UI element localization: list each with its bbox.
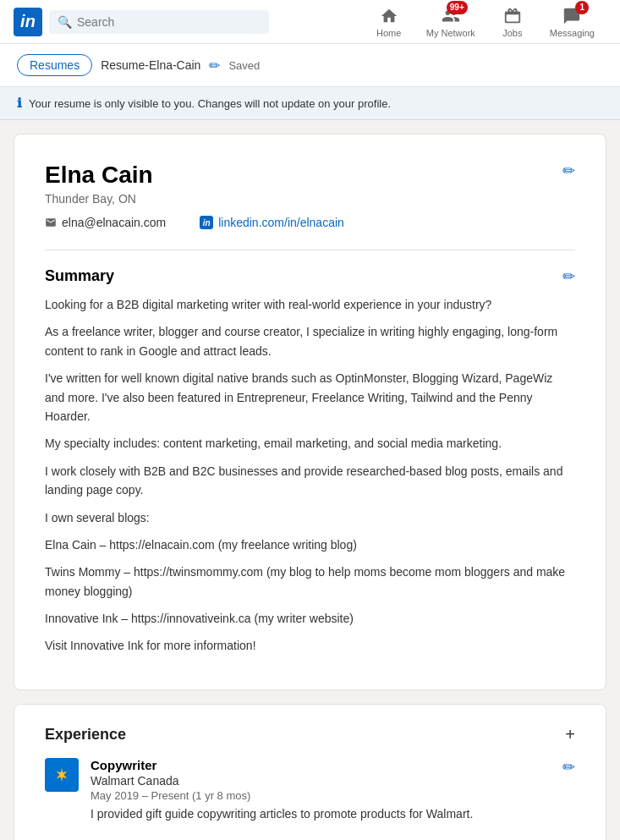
experience-title: Experience: [45, 726, 126, 744]
email-icon: [45, 217, 57, 228]
nav-home[interactable]: Home: [364, 0, 414, 45]
nav-jobs[interactable]: Jobs: [487, 0, 538, 45]
email-value: elna@elnacain.com: [62, 216, 166, 229]
summary-p7: Elna Cain – https://elnacain.com (my fre…: [45, 535, 575, 554]
resumes-tab[interactable]: Resumes: [17, 54, 92, 76]
network-icon: 99+: [441, 6, 461, 26]
summary-p1: Looking for a B2B digital marketing writ…: [45, 295, 575, 314]
breadcrumb-bar: Resumes Resume-Elna-Cain ✏ Saved: [0, 44, 620, 87]
banner-message: Your resume is only visible to you. Chan…: [29, 97, 391, 110]
network-badge: 99+: [447, 1, 468, 14]
messaging-icon: 1: [562, 6, 582, 26]
walmart-details: Copywriter Walmart Canada May 2019 – Pre…: [91, 758, 551, 823]
walmart-dates: May 2019 – Present (1 yr 8 mos): [91, 789, 551, 802]
job-walmart: Copywriter Walmart Canada May 2019 – Pre…: [45, 758, 575, 823]
resume-contacts: elna@elnacain.com in linkedin.com/in/eln…: [45, 216, 575, 229]
experience-header: Experience +: [45, 725, 575, 744]
summary-p10: Visit Innovative Ink for more informatio…: [45, 636, 575, 655]
summary-p8: Twins Mommy – https://twinsmommy.com (my…: [45, 563, 575, 601]
header-edit-button[interactable]: ✏: [562, 162, 575, 180]
search-input[interactable]: [77, 15, 261, 29]
navbar: in 🔍 Home 99+ My Network Jobs: [0, 0, 620, 44]
summary-body: Looking for a B2B digital marketing writ…: [45, 295, 575, 656]
search-icon: 🔍: [58, 15, 72, 29]
walmart-job-title: Copywriter: [91, 758, 551, 772]
summary-title: Summary: [45, 267, 575, 285]
info-icon: ℹ: [17, 96, 22, 111]
nav-home-label: Home: [376, 28, 401, 38]
resume-header-card: Elna Cain Thunder Bay, ON elna@elnacain.…: [14, 134, 606, 690]
summary-edit-button[interactable]: ✏: [562, 267, 575, 286]
summary-p5: I work closely with B2B and B2C business…: [45, 462, 575, 500]
contact-linkedin: in linkedin.com/in/elnacain: [200, 216, 344, 229]
add-experience-button[interactable]: +: [565, 725, 575, 744]
saved-status: Saved: [228, 59, 260, 72]
header-divider: [45, 250, 575, 250]
summary-p4: My specialty includes: content marketing…: [45, 434, 575, 453]
linkedin-link[interactable]: linkedin.com/in/elnacain: [218, 216, 344, 229]
resume-location: Thunder Bay, ON: [45, 192, 575, 206]
summary-p3: I've written for well known digital nati…: [45, 369, 575, 425]
summary-p2: As a freelance writer, blogger and cours…: [45, 322, 575, 360]
doc-title: Resume-Elna-Cain: [101, 58, 200, 72]
nav-jobs-label: Jobs: [502, 28, 522, 38]
walmart-edit-button[interactable]: ✏: [562, 758, 575, 777]
nav-network[interactable]: 99+ My Network: [414, 0, 487, 45]
walmart-star-icon: [50, 766, 74, 783]
jobs-icon: [502, 6, 523, 26]
linkedin-small-logo: in: [200, 216, 213, 229]
summary-p6: I own several blogs:: [45, 508, 575, 527]
messaging-badge: 1: [575, 1, 589, 14]
resume-header: Elna Cain Thunder Bay, ON elna@elnacain.…: [45, 162, 575, 229]
home-icon: [379, 6, 399, 26]
contact-email: elna@elnacain.com: [45, 216, 166, 229]
resume-name: Elna Cain: [45, 162, 575, 189]
experience-card: Experience + Copywriter Walmart Canada M…: [14, 704, 606, 840]
summary-p9: Innovative Ink – https://innovativeink.c…: [45, 609, 575, 628]
nav-items: Home 99+ My Network Jobs 1 Messaging: [364, 0, 606, 45]
walmart-logo: [45, 758, 79, 792]
summary-section: Summary Looking for a B2B digital market…: [45, 267, 575, 656]
nav-messaging-label: Messaging: [550, 28, 595, 38]
search-bar[interactable]: 🔍: [49, 10, 269, 34]
linkedin-logo[interactable]: in: [14, 8, 42, 36]
info-banner: ℹ Your resume is only visible to you. Ch…: [0, 87, 620, 120]
walmart-company: Walmart Canada: [91, 774, 551, 788]
nav-network-label: My Network: [426, 28, 475, 38]
nav-messaging[interactable]: 1 Messaging: [538, 0, 606, 45]
walmart-desc: I provided gift guide copywriting articl…: [91, 805, 551, 823]
doc-edit-icon[interactable]: ✏: [209, 58, 220, 74]
